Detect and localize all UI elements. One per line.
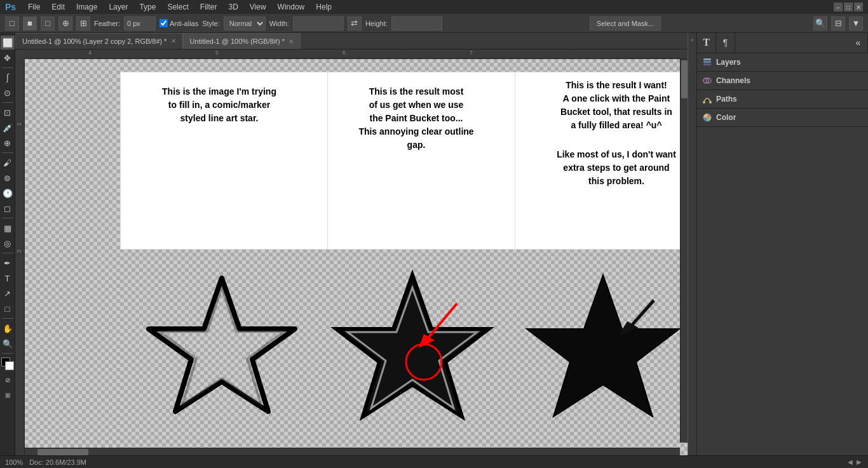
menu-window[interactable]: Window — [273, 1, 310, 13]
grid-icon[interactable]: ⊞ — [76, 17, 90, 30]
panels-icon[interactable]: ⊟ — [831, 17, 845, 30]
eraser-tool[interactable]: ◻ — [1, 201, 15, 215]
minimize-button[interactable]: – — [834, 3, 843, 11]
ruler-tick-6: 6 — [342, 50, 346, 56]
paths-section-header[interactable]: Paths — [697, 90, 868, 108]
menu-file[interactable]: File — [23, 1, 45, 13]
tab-1-close[interactable]: ✕ — [171, 37, 176, 44]
anti-alias-checkbox[interactable] — [159, 19, 168, 27]
menu-bar: Ps File Edit Image Layer Type Select Fil… — [0, 0, 868, 14]
gradient-tool[interactable]: ▦ — [1, 221, 15, 235]
color-section-header[interactable]: Color — [697, 109, 868, 126]
search-icon[interactable]: 🔍 — [813, 17, 827, 30]
scrollbar-v[interactable] — [680, 59, 688, 443]
feather-input[interactable] — [124, 17, 156, 30]
select-mask-button[interactable]: Select and Mask... — [590, 17, 661, 30]
canvas-with-rulers: 4 5 6 7 2 3 This is the image I' — [15, 50, 688, 455]
marquee-tool[interactable]: ⬜ — [1, 36, 15, 50]
background-color[interactable] — [5, 361, 14, 370]
channels-label: Channels — [716, 76, 750, 85]
healing-tool[interactable]: ⊕ — [1, 136, 15, 150]
path-selection-tool[interactable]: ↗ — [1, 286, 15, 300]
menu-type[interactable]: Type — [134, 1, 161, 13]
menu-layer[interactable]: Layer — [104, 1, 133, 13]
close-button[interactable]: ✕ — [854, 3, 863, 11]
scrollbar-h[interactable] — [25, 448, 680, 455]
scrollbar-v-thumb[interactable] — [681, 60, 688, 98]
style-select[interactable]: Normal — [224, 17, 266, 30]
options-bar: □ ■ □ ⊕ ⊞ Feather: Anti-alias Style: Nor… — [0, 14, 868, 33]
text-box-3: This is the result I want!A one click wi… — [527, 79, 688, 188]
tab-2-close[interactable]: ✕ — [288, 38, 294, 45]
star1-svg — [139, 265, 304, 443]
menu-image[interactable]: Image — [71, 1, 102, 13]
left-toolbar: ⬜ ✥ ʃ ⊙ ⊡ 💉 ⊕ 🖌 ⊚ 🕐 ◻ ▦ ◎ ✒ T ↗ □ ✋ 🔍 ⊘ … — [0, 33, 15, 455]
status-navigation: ◀ ▶ — [846, 458, 863, 465]
height-label: Height: — [365, 20, 388, 27]
move-tool[interactable]: ✥ — [1, 51, 15, 65]
expand-icon[interactable]: ▼ — [849, 17, 863, 30]
tool-separator-1 — [2, 67, 13, 68]
layers-icon — [702, 57, 712, 67]
layers-label: Layers — [716, 58, 741, 67]
scrollbar-h-thumb[interactable] — [37, 449, 88, 455]
panel-text-icon[interactable]: T — [697, 33, 716, 52]
status-bar: 100% Doc: 20.6M/23.9M ◀ ▶ — [0, 455, 868, 468]
panel-paragraph-icon[interactable]: ¶ — [716, 33, 735, 52]
tab-1-label: Untitled-1 @ 100% (Layer 2 copy 2, RGB/8… — [22, 37, 167, 45]
tab-1[interactable]: Untitled-1 @ 100% (Layer 2 copy 2, RGB/8… — [15, 33, 183, 49]
right-panel: T ¶ « Layers Channels — [696, 33, 868, 455]
nav-next-btn[interactable]: ▶ — [855, 458, 863, 465]
height-input[interactable] — [391, 17, 442, 30]
right-panel-collapse-button[interactable]: « — [688, 33, 696, 455]
menu-filter[interactable]: Filter — [195, 1, 222, 13]
move-icon[interactable]: ⊕ — [58, 17, 72, 30]
nav-prev-btn[interactable]: ◀ — [846, 458, 854, 465]
main-layout: ⬜ ✥ ʃ ⊙ ⊡ 💉 ⊕ 🖌 ⊚ 🕐 ◻ ▦ ◎ ✒ T ↗ □ ✋ 🔍 ⊘ … — [0, 33, 868, 455]
selection-rect-icon[interactable]: □ — [5, 17, 19, 30]
lasso-tool[interactable]: ʃ — [1, 70, 15, 84]
canvas-viewport[interactable]: This is the image I'm tryingto fill in, … — [25, 59, 688, 455]
pen-tool[interactable]: ✒ — [1, 256, 15, 270]
quick-select-tool[interactable]: ⊙ — [1, 86, 15, 100]
anti-alias-label: Anti-alias — [170, 20, 198, 27]
blur-tool[interactable]: ◎ — [1, 236, 15, 250]
channels-section-header[interactable]: Channels — [697, 72, 868, 90]
stars-area — [120, 253, 688, 455]
text-tool[interactable]: T — [1, 271, 15, 285]
shape-tool[interactable]: □ — [1, 302, 15, 316]
history-tool[interactable]: 🕐 — [1, 186, 15, 200]
color-swatch[interactable] — [1, 358, 14, 370]
ruler-tick-7: 7 — [470, 50, 473, 56]
eyedropper-tool[interactable]: 💉 — [1, 121, 15, 135]
tab-2-label: Untitled-1 @ 100% (RGB/8#) * — [190, 37, 285, 45]
menu-view[interactable]: View — [245, 1, 271, 13]
tab-2[interactable]: Untitled-1 @ 100% (RGB/8#) * ✕ — [183, 33, 301, 49]
menu-edit[interactable]: Edit — [46, 1, 70, 13]
menu-3d[interactable]: 3D — [223, 1, 243, 13]
screen-mode-btn[interactable]: ⊞ — [1, 388, 15, 402]
hand-tool[interactable]: ✋ — [1, 321, 15, 335]
paths-label: Paths — [716, 95, 737, 104]
tool-separator-7 — [2, 353, 13, 354]
width-label: Width: — [269, 20, 289, 27]
quick-mask-tool[interactable]: ⊘ — [1, 373, 15, 387]
panel-expand-icon[interactable]: « — [849, 33, 868, 52]
layers-section-header[interactable]: Layers — [697, 53, 868, 71]
clone-tool[interactable]: ⊚ — [1, 171, 15, 185]
fill-icon[interactable]: ■ — [23, 17, 37, 30]
svg-rect-6 — [703, 61, 711, 63]
stroke-icon[interactable]: □ — [41, 17, 55, 30]
divider-2 — [515, 72, 515, 249]
swap-icon[interactable]: ⇄ — [348, 17, 362, 30]
menu-help[interactable]: Help — [311, 1, 337, 13]
menu-select[interactable]: Select — [162, 1, 193, 13]
brush-tool[interactable]: 🖌 — [1, 156, 15, 170]
star3-container — [520, 265, 686, 443]
maximize-button[interactable]: □ — [844, 3, 853, 11]
crop-tool[interactable]: ⊡ — [1, 105, 15, 119]
ruler-tick-4: 4 — [88, 50, 92, 56]
width-input[interactable] — [293, 17, 344, 30]
style-label: Style: — [202, 20, 220, 27]
zoom-tool[interactable]: 🔍 — [1, 337, 15, 351]
